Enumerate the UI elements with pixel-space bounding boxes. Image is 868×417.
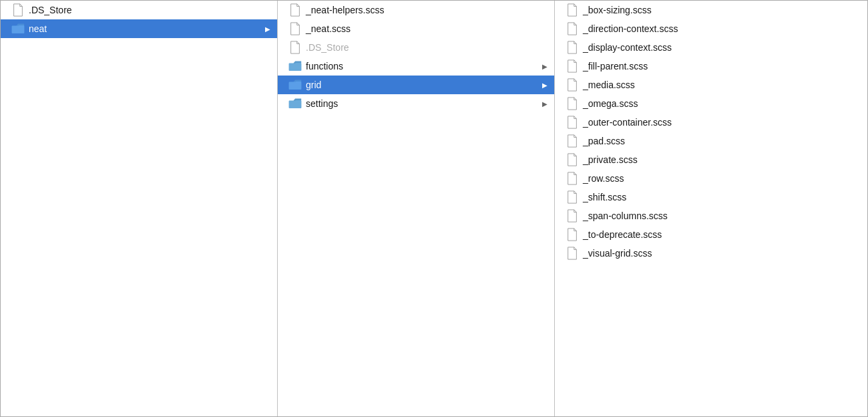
item-label: _fill-parent.scss [583,61,861,72]
column-1: .DS_Store neat▶ [1,1,278,416]
file-icon [566,97,579,110]
item-label: _shift.scss [583,192,861,202]
list-item[interactable]: _fill-parent.scss [555,57,867,76]
disclosure-arrow-icon: ▶ [537,100,548,108]
folder-icon [11,22,25,35]
list-item[interactable]: _shift.scss [555,188,867,206]
file-icon [566,190,579,204]
file-icon [288,3,302,17]
folder-icon [288,59,302,73]
file-icon [11,3,25,17]
svg-rect-2 [289,82,301,90]
file-icon [566,78,579,92]
list-item[interactable]: .DS_Store [1,1,277,19]
file-icon [566,172,579,185]
finder-window: .DS_Store neat▶ _neat-helpers.scss _neat… [0,0,868,417]
list-item[interactable]: _visual-grid.scss [555,244,867,263]
item-label: grid [306,80,537,90]
file-icon [566,41,579,54]
folder-icon [288,97,302,110]
item-label: _media.scss [583,80,861,90]
list-item[interactable]: grid▶ [278,76,554,94]
item-label: _to-deprecate.scss [583,229,861,240]
list-item[interactable]: _neat-helpers.scss [278,1,554,19]
item-label: _span-columns.scss [583,211,861,221]
list-item[interactable]: _box-sizing.scss [555,1,867,19]
item-label: _box-sizing.scss [583,5,861,15]
disclosure-arrow-icon: ▶ [537,63,548,70]
list-item[interactable]: functions▶ [278,57,554,76]
item-label: _neat-helpers.scss [306,5,548,15]
disclosure-arrow-icon: ▶ [260,25,270,33]
list-item[interactable]: _media.scss [555,76,867,94]
list-item[interactable]: _pad.scss [555,132,867,150]
list-item[interactable]: _private.scss [555,150,867,169]
svg-rect-0 [12,26,24,33]
file-icon [566,116,579,129]
item-label: _direction-context.scss [583,23,861,34]
list-item[interactable]: _span-columns.scss [555,206,867,225]
item-label: _row.scss [583,173,861,184]
file-icon [288,22,302,35]
column-2: _neat-helpers.scss _neat.scss .DS_Store … [278,1,555,416]
file-icon [566,153,579,166]
svg-rect-3 [289,101,301,108]
item-label: _outer-container.scss [583,117,861,128]
file-icon [566,209,579,223]
disclosure-arrow-icon: ▶ [537,82,548,89]
list-item[interactable]: settings▶ [278,94,554,113]
item-label: neat [29,23,260,34]
list-item[interactable]: _direction-context.scss [555,19,867,38]
list-item[interactable]: _neat.scss [278,19,554,38]
item-label: _display-context.scss [583,42,861,53]
list-item[interactable]: _omega.scss [555,94,867,113]
file-icon [566,247,579,260]
item-label: .DS_Store [306,42,548,53]
file-icon [566,59,579,73]
item-label: .DS_Store [29,5,270,15]
item-label: _visual-grid.scss [583,248,861,259]
item-label: _neat.scss [306,23,548,34]
item-label: _pad.scss [583,136,861,146]
item-label: settings [306,98,537,109]
list-item[interactable]: neat▶ [1,19,277,38]
list-item[interactable]: _outer-container.scss [555,113,867,132]
file-icon [566,134,579,148]
item-label: _private.scss [583,154,861,165]
svg-rect-1 [289,63,301,71]
column-3: _box-sizing.scss _direction-context.scss… [555,1,867,416]
folder-icon [288,78,302,92]
item-label: _omega.scss [583,98,861,109]
file-icon [566,228,579,241]
list-item[interactable]: _to-deprecate.scss [555,225,867,244]
list-item[interactable]: .DS_Store [278,38,554,57]
file-icon [566,3,579,17]
file-icon [566,22,579,35]
list-item[interactable]: _display-context.scss [555,38,867,57]
list-item[interactable]: _row.scss [555,169,867,188]
file-icon [288,41,302,54]
item-label: functions [306,61,537,72]
